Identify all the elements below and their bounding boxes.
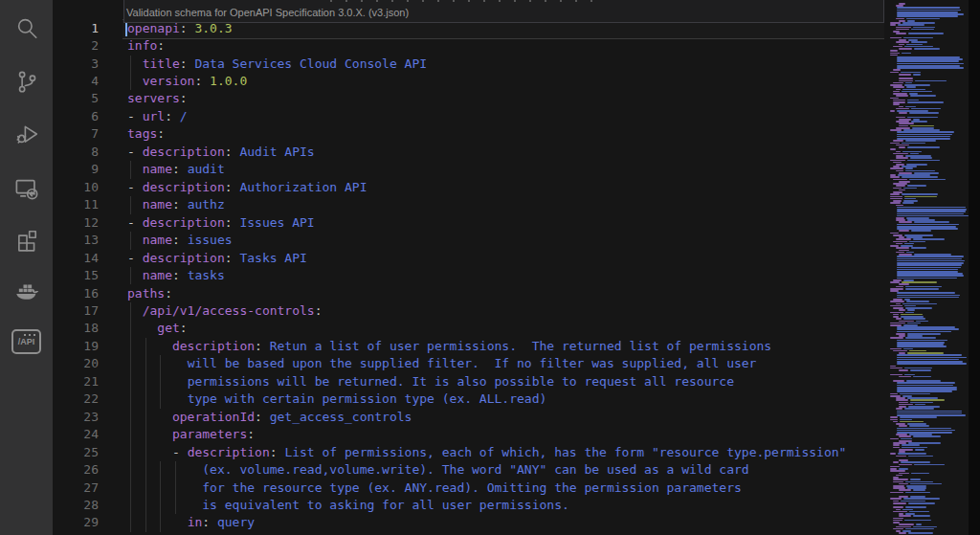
activity-extensions-button[interactable] <box>0 217 53 263</box>
code-line-19[interactable]: description: Retun a list of user permis… <box>127 338 771 355</box>
code-token: : <box>172 162 188 176</box>
code-line-5[interactable]: servers: <box>127 90 188 107</box>
code-line-13[interactable]: name: issues <box>127 232 233 249</box>
minimap-line <box>897 267 961 269</box>
minimap-line <box>890 498 902 500</box>
activity-debug-button[interactable] <box>0 111 53 157</box>
code-token <box>127 233 143 247</box>
line-number[interactable]: 27 <box>53 479 99 497</box>
code-line-24[interactable]: parameters: <box>127 426 255 443</box>
code-line-3[interactable]: title: Data Services Cloud Console API <box>127 56 427 73</box>
activity-search-button[interactable] <box>0 6 53 52</box>
code-token: : <box>225 145 240 159</box>
code-line-29[interactable]: in: query <box>127 514 255 531</box>
line-number[interactable]: 14 <box>53 250 99 267</box>
minimap-line <box>893 188 902 189</box>
line-number[interactable]: 2 <box>53 37 99 55</box>
minimap-line <box>910 369 932 371</box>
code-line-17[interactable]: /api/v1/access-controls: <box>127 302 323 320</box>
line-number[interactable]: 11 <box>53 196 99 213</box>
code-line-12[interactable]: - description: Issues API <box>127 214 315 232</box>
line-number[interactable]: 4 <box>53 73 99 90</box>
code-line-7[interactable]: tags: <box>127 125 165 143</box>
code-line-11[interactable]: name: authz <box>127 196 225 213</box>
minimap-line <box>908 33 944 34</box>
minimap-line <box>897 363 967 365</box>
line-number[interactable]: 25 <box>53 444 99 461</box>
code-line-10[interactable]: - description: Authorization API <box>127 179 367 196</box>
code-token: Audit APIs <box>239 145 314 159</box>
minimap-line <box>890 72 899 74</box>
code-line-26[interactable]: (ex. volume.read,volume.write). The word… <box>127 461 749 479</box>
line-number[interactable]: 10 <box>53 179 99 196</box>
code-line-9[interactable]: name: audit <box>127 161 225 178</box>
minimap-line <box>899 309 905 311</box>
minimap-line <box>909 425 928 427</box>
minimap-line <box>914 221 949 223</box>
line-number[interactable]: 21 <box>53 373 99 390</box>
minimap[interactable] <box>888 0 969 535</box>
code-line-28[interactable]: is equivalent to asking for all user per… <box>127 497 569 514</box>
line-number[interactable]: 1 <box>53 20 99 37</box>
code-line-18[interactable]: get: <box>127 320 188 337</box>
line-number[interactable]: 20 <box>53 355 99 372</box>
minimap-line <box>890 470 905 472</box>
activity-openapi-button[interactable]: /API <box>0 319 53 365</box>
line-number[interactable]: 8 <box>53 144 99 161</box>
line-number[interactable]: 16 <box>53 285 99 302</box>
minimap-line <box>900 416 936 418</box>
code-line-22[interactable]: type with certain permission type (ex. A… <box>127 390 546 408</box>
minimap-line <box>893 140 903 142</box>
code-token <box>127 410 172 424</box>
activity-docker-button[interactable] <box>0 268 53 314</box>
code-token: name <box>143 197 172 212</box>
code-line-23[interactable]: operationId: get_access_controls <box>127 409 412 426</box>
line-number[interactable]: 12 <box>53 214 99 232</box>
line-number[interactable]: 13 <box>53 232 99 249</box>
line-number[interactable]: 29 <box>53 514 99 531</box>
minimap-line <box>914 48 939 50</box>
line-number[interactable]: 9 <box>53 161 99 178</box>
line-number[interactable]: 15 <box>53 267 99 284</box>
code-token: : <box>172 233 188 247</box>
line-number[interactable]: 7 <box>53 125 99 143</box>
code-line-20[interactable]: will be based upon the supplied filter. … <box>127 355 756 372</box>
line-number[interactable]: 5 <box>53 90 99 107</box>
code-line-27[interactable]: for the resource type (ex. ANY.read). Om… <box>127 479 742 497</box>
line-number[interactable]: 3 <box>53 56 99 73</box>
editor-pane[interactable]: 1234567891011121314151617181920212223242… <box>53 0 980 535</box>
minimap-line <box>905 167 913 169</box>
code-line-16[interactable]: paths: <box>127 285 172 302</box>
line-number[interactable]: 26 <box>53 461 99 479</box>
line-number[interactable]: 24 <box>53 426 99 443</box>
minimap-line <box>903 348 914 350</box>
code-line-15[interactable]: name: tasks <box>127 267 225 284</box>
code-line-6[interactable]: - url: / <box>127 108 188 125</box>
code-line-8[interactable]: - description: Audit APIs <box>127 144 315 161</box>
line-number[interactable]: 18 <box>53 320 99 337</box>
line-number[interactable]: 6 <box>53 108 99 125</box>
activity-source-control-button[interactable] <box>0 58 53 104</box>
source-control-icon <box>14 69 39 94</box>
line-number[interactable]: 28 <box>53 497 99 514</box>
minimap-line <box>890 167 903 169</box>
minimap-line <box>907 309 914 311</box>
vscode-window: /API 12345678910111213141516171819202122… <box>0 0 980 535</box>
activity-bar: /API <box>0 0 53 535</box>
minimap-line <box>890 492 903 494</box>
minimap-line <box>907 185 926 187</box>
code-line-14[interactable]: - description: Tasks API <box>127 250 307 267</box>
code-line-21[interactable]: permissions will be returned. It is also… <box>127 373 734 390</box>
activity-remote-explorer-button[interactable] <box>0 165 53 211</box>
code-token: Tasks API <box>239 251 306 265</box>
line-number[interactable]: 19 <box>53 338 99 355</box>
minimap-line <box>913 489 925 491</box>
line-number[interactable]: 17 <box>53 302 99 320</box>
code-line-25[interactable]: - description: List of permissions, each… <box>127 444 846 461</box>
code-line-4[interactable]: version: 1.0.0 <box>127 73 247 90</box>
line-number[interactable]: 23 <box>53 409 99 426</box>
line-number[interactable]: 22 <box>53 390 99 408</box>
code-line-2[interactable]: info: <box>127 37 165 55</box>
code-token: permissions will be returned. It is also… <box>188 374 734 389</box>
text-cursor <box>125 22 127 36</box>
